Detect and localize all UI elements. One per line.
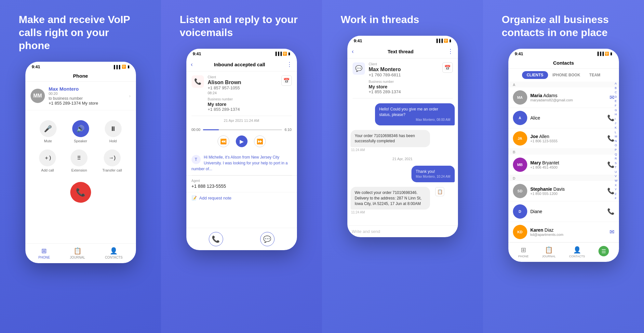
- battery-icon: ▮: [127, 65, 129, 69]
- tab-team[interactable]: TEAM: [585, 71, 605, 79]
- alice-phone-icon[interactable]: 📞: [607, 114, 614, 122]
- speaker-label: Speaker: [74, 139, 87, 143]
- contact-mary-bryantet[interactable]: MB Mary Bryantet +1 806 451-4500 📞: [508, 155, 619, 175]
- signal-icon: ▐▐▐: [113, 65, 120, 69]
- diane-phone-icon[interactable]: 📞: [607, 208, 614, 215]
- section-d: D: [508, 175, 619, 181]
- write-send-row: Write and send: [347, 225, 458, 237]
- panel-voip-calls: Make and receive VoIP calls right on you…: [0, 0, 161, 333]
- add-call-label: Add call: [41, 168, 54, 172]
- contact-karen-diaz[interactable]: KD Karen Diaz kd@apartments.com ✉: [508, 222, 619, 242]
- biz-name: My store: [208, 102, 277, 107]
- msg1-time: Max Montero, 08:00 AM: [379, 118, 450, 122]
- karen-email: kd@apartments.com: [530, 233, 606, 237]
- email-action-icon[interactable]: ✉: [610, 94, 614, 101]
- nav-phone-4[interactable]: ⊞ PHONE: [518, 246, 529, 258]
- phone-nav-icon: ⊞: [41, 247, 47, 255]
- fast-forward-button[interactable]: ⏩: [254, 135, 266, 147]
- thread-more-button[interactable]: ⋮: [448, 48, 453, 55]
- message-3: Thank you! Max Montero, 10:24 AM: [347, 165, 458, 183]
- biz-number: +1 855 289-1374: [208, 107, 277, 112]
- tab-clients[interactable]: CLIENTS: [522, 71, 548, 79]
- karen-name: Karen Diaz: [530, 227, 606, 233]
- nav-menu-4[interactable]: ☰: [598, 246, 609, 258]
- contact-stephanie-davis[interactable]: SD Stephanie Davis +1 850 555-1200 📞: [508, 181, 619, 201]
- contacts-nav-icon: 👤: [110, 247, 118, 255]
- nav-contacts-label-4: CONTACTS: [569, 255, 585, 258]
- bottom-nav-4: ⊞ PHONE 📋 JOURNAL 👤 CONTACTS ☰: [508, 242, 619, 262]
- nav-journal-4[interactable]: 📋 JOURNAL: [542, 246, 556, 258]
- joe-phone-icon[interactable]: 📞: [607, 135, 614, 142]
- audio-progress-track[interactable]: [203, 129, 282, 130]
- stephanie-info: Stephanie Davis +1 850 555-1200: [530, 186, 604, 196]
- call-type-icon: 📞: [192, 75, 204, 88]
- diane-info: Diane: [530, 209, 604, 214]
- contact-number: +1 855 289-1374 My store: [49, 101, 125, 106]
- message-4: We collect your order 71010698346. Deliv…: [347, 186, 458, 215]
- contact-alice[interactable]: A Alice 📞: [508, 108, 619, 128]
- thread-calendar-button[interactable]: 📅: [442, 62, 453, 73]
- mary-phone-icon[interactable]: 📞: [607, 161, 614, 168]
- transfer-button[interactable]: →) Transfer call: [102, 149, 122, 172]
- nav-contacts[interactable]: 👤 CONTACTS: [105, 247, 123, 259]
- avatar-alice: A: [513, 111, 527, 125]
- contact-maria-adams[interactable]: MA Maria Adams maryadams82@gmail.com ✉: [508, 87, 619, 108]
- status-icons-2: ▐▐▐ 🛜 ▮: [274, 52, 290, 56]
- thread-biz-label: Business number: [369, 80, 438, 83]
- karen-email-icon[interactable]: ✉: [610, 228, 614, 236]
- thread-back-button[interactable]: ‹: [352, 48, 354, 55]
- contacts-list: A MA Maria Adams maryadams82@gmail.com ✉…: [508, 82, 619, 242]
- call-timer: 00:20: [49, 92, 125, 96]
- transcription-icon: T: [192, 155, 201, 164]
- maria-info: Maria Adams maryadams82@gmail.com: [530, 93, 606, 102]
- call-controls-1: 🎤 Mute 🔊 Speaker ⏸ Hold: [25, 110, 136, 149]
- speaker-button[interactable]: 🔊 Speaker: [72, 120, 89, 143]
- extension-button[interactable]: ⠿ Extension: [71, 149, 87, 172]
- biz-label: Business number: [208, 97, 277, 101]
- thread-client-name: Max Montero: [369, 67, 438, 72]
- caller-details: Client Alison Brown +1 857 957-1055 08:2…: [208, 75, 277, 112]
- copy-icon[interactable]: 📋: [435, 187, 444, 196]
- tab-iphone-book[interactable]: IPHONE BOOK: [548, 71, 585, 79]
- rewind-button[interactable]: ⏪: [218, 135, 229, 147]
- menu-green-button[interactable]: ☰: [598, 246, 609, 256]
- thread-biz-name: My store: [369, 84, 438, 89]
- nav-contacts-4[interactable]: 👤 CONTACTS: [569, 246, 585, 258]
- thread-contact-details: Client Max Montero +1 760 789-6811 Busin…: [369, 62, 438, 94]
- play-button[interactable]: ▶: [236, 135, 248, 147]
- contacts-nav-icon-4: 👤: [573, 246, 581, 254]
- add-call-button[interactable]: ＋) Add call: [39, 149, 56, 172]
- audio-player: 00:00 6:10 ⏪ ▶ ⏩: [186, 125, 297, 151]
- message-action-button[interactable]: 💬: [260, 232, 275, 246]
- back-button[interactable]: ‹: [191, 61, 193, 68]
- stephanie-phone-icon[interactable]: 📞: [607, 187, 614, 195]
- nav-journal-label: JOURNAL: [70, 256, 85, 259]
- nav-phone[interactable]: ⊞ PHONE: [38, 247, 50, 259]
- contact-diane[interactable]: D Diane 📞: [508, 201, 619, 222]
- journal-nav-icon-4: 📋: [545, 246, 553, 254]
- calendar-button[interactable]: 📅: [281, 75, 292, 86]
- add-note-row[interactable]: 📝 Add request note: [186, 192, 297, 204]
- more-menu-button[interactable]: ⋮: [287, 61, 292, 68]
- status-bar-4: 9:41 ▐▐▐ 🛜 ▮: [508, 49, 619, 58]
- add-note-label: Add request note: [199, 196, 232, 200]
- joe-info: Joe Allen +1 806 123-5555: [530, 134, 604, 143]
- thread-client-label: Client: [369, 62, 438, 66]
- mary-name: Mary Bryantet: [530, 160, 604, 165]
- hold-button[interactable]: ⏸ Hold: [105, 120, 122, 143]
- phone-mockup-2: 9:41 ▐▐▐ 🛜 ▮ ‹ Inbound accepted call ⋮ 📞…: [186, 49, 297, 250]
- call-action-button[interactable]: 📞: [209, 232, 223, 246]
- thread-client-number: +1 760 789-6811: [369, 72, 438, 77]
- contact-joe-allen[interactable]: JA Joe Allen +1 806 123-5555 📞: [508, 128, 619, 149]
- avatar-karen: KD: [513, 225, 527, 239]
- nav-journal[interactable]: 📋 JOURNAL: [70, 247, 85, 259]
- write-send-input[interactable]: Write and send: [352, 229, 453, 234]
- joe-number: +1 806 123-5555: [530, 139, 604, 143]
- nav-phone-label-4: PHONE: [518, 255, 529, 258]
- end-call-button[interactable]: 📞: [70, 182, 91, 203]
- audio-progress-fill: [203, 129, 219, 130]
- contact-name: Max Montero: [49, 86, 125, 92]
- nav-contacts-label: CONTACTS: [105, 256, 123, 259]
- phone-nav-icon-4: ⊞: [521, 246, 526, 254]
- mute-button[interactable]: 🎤 Mute: [40, 120, 57, 143]
